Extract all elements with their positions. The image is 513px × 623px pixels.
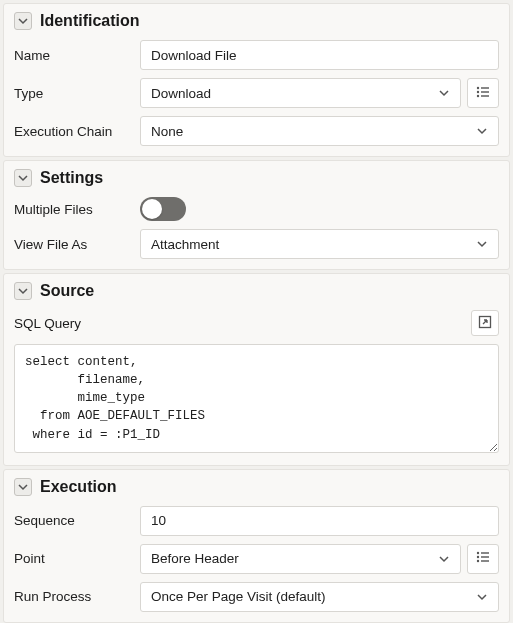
chevron-down-icon [438,553,450,565]
svg-point-9 [477,556,479,558]
svg-rect-1 [481,87,489,88]
expand-editor-button[interactable] [471,310,499,336]
list-options-icon [475,549,491,568]
row-run-process: Run Process Once Per Page Visit (default… [4,578,509,616]
section-settings: Settings Multiple Files View File As Att… [3,160,510,270]
execution-chain-select-value: None [151,124,183,139]
section-title-identification: Identification [40,12,140,30]
chevron-down-icon [18,13,28,29]
sql-query-editor[interactable]: select content, filename, mime_type from… [14,344,499,453]
svg-rect-8 [481,552,489,553]
chevron-down-icon [438,87,450,99]
row-execution-chain: Execution Chain None [4,112,509,150]
svg-point-4 [477,94,479,96]
type-select-value: Download [151,86,211,101]
sequence-input[interactable] [140,506,499,536]
row-sql-query-header: SQL Query [4,306,509,340]
row-type: Type Download [4,74,509,112]
section-execution: Execution Sequence Point Before Header R… [3,469,510,623]
svg-point-7 [477,552,479,554]
chevron-down-icon [476,591,488,603]
label-multiple-files: Multiple Files [14,202,132,217]
row-sequence: Sequence [4,502,509,540]
name-input[interactable] [140,40,499,70]
point-options-button[interactable] [467,544,499,574]
type-options-button[interactable] [467,78,499,108]
label-run-process: Run Process [14,589,132,604]
row-multiple-files: Multiple Files [4,193,509,225]
svg-point-11 [477,560,479,562]
svg-point-2 [477,90,479,92]
execution-chain-select[interactable]: None [140,116,499,146]
section-header-source: Source [4,274,509,306]
section-title-source: Source [40,282,94,300]
collapse-button-identification[interactable] [14,12,32,30]
section-header-identification: Identification [4,4,509,36]
svg-rect-3 [481,91,489,92]
row-point: Point Before Header [4,540,509,578]
chevron-down-icon [476,238,488,250]
svg-rect-12 [481,560,489,561]
label-type: Type [14,86,132,101]
svg-point-0 [477,86,479,88]
point-select[interactable]: Before Header [140,544,461,574]
chevron-down-icon [476,125,488,137]
label-sql-query: SQL Query [14,316,81,331]
label-view-file-as: View File As [14,237,132,252]
chevron-down-icon [18,479,28,495]
label-execution-chain: Execution Chain [14,124,132,139]
collapse-button-settings[interactable] [14,169,32,187]
collapse-button-execution[interactable] [14,478,32,496]
run-process-select-value: Once Per Page Visit (default) [151,589,326,604]
section-title-execution: Execution [40,478,116,496]
section-source: Source SQL Query select content, filenam… [3,273,510,466]
label-sequence: Sequence [14,513,132,528]
list-options-icon [475,84,491,103]
run-process-select[interactable]: Once Per Page Visit (default) [140,582,499,612]
point-select-value: Before Header [151,551,239,566]
collapse-button-source[interactable] [14,282,32,300]
view-file-as-select[interactable]: Attachment [140,229,499,259]
view-file-as-select-value: Attachment [151,237,219,252]
chevron-down-icon [18,170,28,186]
section-title-settings: Settings [40,169,103,187]
row-name: Name [4,36,509,74]
section-header-settings: Settings [4,161,509,193]
label-name: Name [14,48,132,63]
type-select[interactable]: Download [140,78,461,108]
section-identification: Identification Name Type Download Execut… [3,3,510,157]
chevron-down-icon [18,283,28,299]
svg-rect-5 [481,95,489,96]
toggle-knob [142,199,162,219]
multiple-files-toggle[interactable] [140,197,186,221]
svg-rect-10 [481,556,489,557]
expand-icon [478,315,492,332]
label-point: Point [14,551,132,566]
row-view-file-as: View File As Attachment [4,225,509,263]
section-header-execution: Execution [4,470,509,502]
